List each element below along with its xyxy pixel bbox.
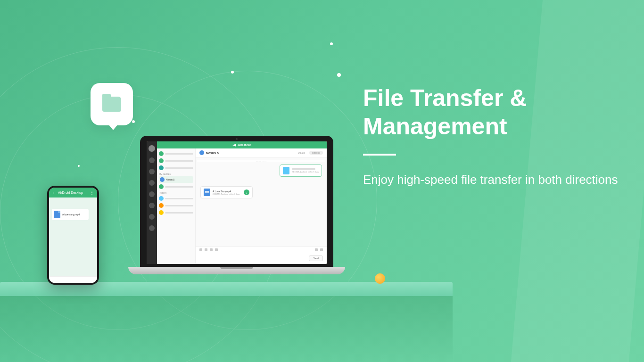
phone-input-bar (49, 276, 97, 283)
decor-dot (337, 73, 341, 77)
contact-avatar-icon (159, 203, 164, 208)
nav-icon (149, 180, 155, 186)
contact-avatar-icon (159, 210, 164, 215)
orange-ball-decor (375, 273, 385, 284)
contact-placeholder (165, 167, 193, 169)
download-icon (244, 189, 249, 195)
message-outgoing: 24.16MB Available within 7 days (280, 165, 322, 177)
file-icon (204, 189, 210, 196)
chat-input-area: Send (196, 253, 327, 264)
chat-tabs: Dialog Backup (295, 151, 323, 155)
app-content: My devices Nexus 5 Recent Nexus 5 (157, 148, 327, 264)
app-name: AirDroid (238, 143, 251, 147)
nav-icon (149, 169, 155, 174)
phone-title: AirDroid Desktop (58, 191, 83, 194)
contact-item (159, 165, 193, 171)
nav-icon (149, 214, 155, 220)
contact-item (159, 209, 193, 216)
phone-mockup: ← AirDroid Desktop ⋮ A love song.mp4 (47, 186, 99, 285)
contact-item (159, 202, 193, 209)
folder-icon (102, 97, 121, 112)
contact-list: My devices Nexus 5 Recent (157, 148, 196, 264)
chat-body: we 18 22:33 24.16MB Available within 7 d… (196, 157, 327, 247)
app-main: AirDroid My devices Nexus 5 Recent (157, 141, 327, 264)
contact-placeholder (165, 153, 193, 155)
file-icon (283, 167, 289, 174)
contact-avatar-icon (159, 151, 164, 156)
laptop-display: AirDroid My devices Nexus 5 Recent (147, 141, 327, 264)
attachment-icon (199, 248, 202, 251)
filename-placeholder (292, 168, 315, 170)
folder-tool-icon (205, 248, 207, 251)
phone-message-bubble: A love song.mp4 (52, 209, 89, 220)
chat-header: Nexus 5 Dialog Backup (196, 148, 327, 157)
send-button: Send (309, 255, 323, 261)
decor-dot (330, 42, 333, 45)
platform-shadow (0, 295, 453, 362)
app-titlebar: AirDroid (157, 141, 327, 148)
contact-placeholder (165, 212, 193, 214)
image-tool-icon (210, 248, 213, 251)
tab-backup: Backup (309, 151, 323, 155)
folder-bubble (91, 83, 133, 125)
decor-dot (231, 71, 234, 74)
airdroid-logo-icon (232, 144, 236, 147)
phone-message-filename: A love song.mp4 (62, 213, 80, 216)
section-label-recent: Recent (159, 190, 193, 195)
menu-icon: ⋮ (90, 190, 94, 195)
contact-item (159, 150, 193, 157)
nav-icon (149, 203, 155, 208)
hero-subtitle: Enjoy high-speed file transfer in both d… (363, 171, 627, 189)
contact-avatar-icon (160, 177, 165, 182)
chat-contact-name: Nexus 5 (206, 151, 219, 155)
tool-icon (315, 248, 318, 251)
contact-avatar-icon (159, 196, 164, 201)
app-tool-icon (215, 248, 218, 251)
contact-placeholder (165, 205, 193, 206)
laptop-screen-frame: AirDroid My devices Nexus 5 Recent (140, 136, 333, 267)
hero-text: File Transfer & Management Enjoy high-sp… (363, 84, 627, 189)
contact-avatar-icon (159, 184, 164, 189)
phone-screen: ← AirDroid Desktop ⋮ A love song.mp4 (49, 188, 97, 283)
contact-placeholder (165, 186, 193, 188)
contact-item-selected: Nexus 5 (159, 176, 193, 183)
phone-header: ← AirDroid Desktop ⋮ (49, 188, 97, 197)
chat-area: Nexus 5 Dialog Backup we 18 22:33 (196, 148, 327, 264)
message-incoming: A Love Story.mp4 24.16MB Available withi… (200, 186, 253, 198)
phone-chat-body: A love song.mp4 (49, 197, 97, 276)
laptop-base (128, 267, 345, 274)
hero-title: File Transfer & Management (363, 84, 627, 140)
chat-toolbar (196, 247, 327, 253)
laptop-camera (236, 138, 238, 140)
section-label-devices: My devices (159, 172, 193, 176)
contact-item (159, 183, 193, 190)
message-meta: 24.16MB Available within 7 days (213, 193, 239, 195)
laptop-mockup: AirDroid My devices Nexus 5 Recent (128, 136, 345, 287)
chat-contact-avatar-icon (199, 150, 204, 155)
message-meta: 24.16MB Available within 7 days (292, 171, 319, 173)
contact-avatar-icon (159, 165, 164, 170)
hero-divider (363, 154, 396, 156)
nav-icon (149, 157, 155, 163)
tool-icon (320, 248, 323, 251)
contact-name: Nexus 5 (166, 178, 174, 181)
contact-placeholder (165, 198, 193, 199)
back-icon: ← (52, 190, 56, 195)
contact-placeholder (165, 160, 193, 162)
nav-icon (149, 225, 155, 231)
tab-dialog: Dialog (295, 151, 307, 155)
nav-icon (149, 191, 155, 197)
desktop-wallpaper: AirDroid My devices Nexus 5 Recent (147, 141, 327, 264)
app-nav-strip (147, 141, 157, 264)
contact-item (159, 195, 193, 202)
decor-dot (132, 120, 135, 123)
contact-item (159, 157, 193, 164)
contact-avatar-icon (159, 158, 164, 163)
user-avatar-icon (149, 145, 155, 152)
decor-dot (78, 165, 80, 167)
file-icon (54, 211, 60, 218)
